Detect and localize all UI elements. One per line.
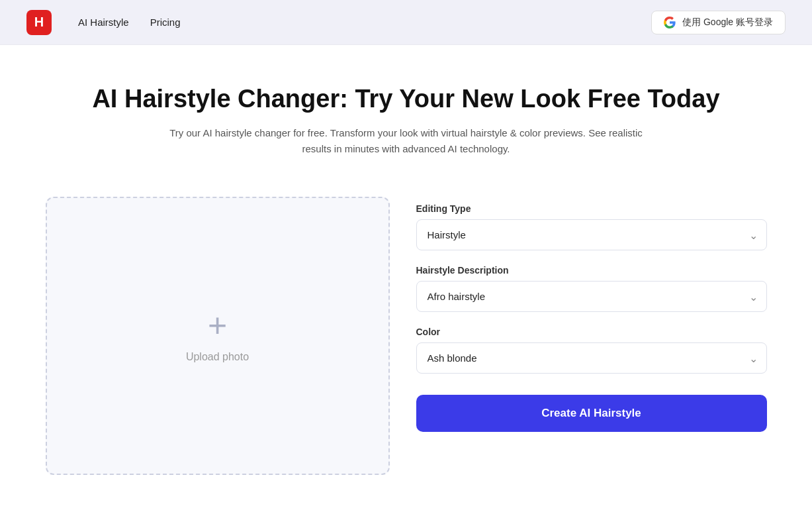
google-icon bbox=[664, 17, 676, 28]
nav-links: AI Hairstyle Pricing bbox=[78, 17, 181, 28]
nav-link-pricing[interactable]: Pricing bbox=[150, 17, 181, 28]
nav-left: H AI Hairstyle Pricing bbox=[26, 10, 181, 35]
google-login-label: 使用 Google 账号登录 bbox=[682, 17, 773, 28]
upload-plus-icon: + bbox=[208, 309, 227, 342]
hairstyle-desc-label: Hairstyle Description bbox=[416, 265, 767, 276]
hero-title: AI Hairstyle Changer: Try Your New Look … bbox=[13, 85, 799, 113]
logo-letter: H bbox=[34, 15, 44, 30]
navbar: H AI Hairstyle Pricing 使用 Google 账号登录 bbox=[0, 0, 812, 45]
hairstyle-desc-select-wrapper: Afro hairstyle Bob cut Pixie cut Wavy St… bbox=[416, 281, 767, 312]
logo[interactable]: H bbox=[26, 10, 52, 35]
color-select-wrapper: Ash blonde Black Brown Red Platinum blon… bbox=[416, 342, 767, 374]
create-hairstyle-button[interactable]: Create AI Hairstyle bbox=[416, 395, 767, 432]
color-label: Color bbox=[416, 327, 767, 337]
editing-type-select[interactable]: Hairstyle Color Both bbox=[416, 219, 767, 250]
editing-type-select-wrapper: Hairstyle Color Both ⌄ bbox=[416, 219, 767, 250]
nav-link-ai-hairstyle[interactable]: AI Hairstyle bbox=[78, 17, 129, 28]
content-area: + Upload photo Editing Type Hairstyle Co… bbox=[0, 190, 812, 516]
color-group: Color Ash blonde Black Brown Red Platinu… bbox=[416, 327, 767, 374]
hairstyle-desc-select[interactable]: Afro hairstyle Bob cut Pixie cut Wavy St… bbox=[416, 281, 767, 312]
editing-type-label: Editing Type bbox=[416, 203, 767, 214]
google-login-button[interactable]: 使用 Google 账号登录 bbox=[651, 11, 786, 34]
upload-panel[interactable]: + Upload photo bbox=[46, 197, 390, 475]
hero-description: Try our AI hairstyle changer for free. T… bbox=[161, 125, 651, 157]
color-select[interactable]: Ash blonde Black Brown Red Platinum blon… bbox=[416, 342, 767, 374]
hairstyle-desc-group: Hairstyle Description Afro hairstyle Bob… bbox=[416, 265, 767, 312]
editing-type-group: Editing Type Hairstyle Color Both ⌄ bbox=[416, 203, 767, 250]
hero-section: AI Hairstyle Changer: Try Your New Look … bbox=[0, 45, 812, 190]
form-panel: Editing Type Hairstyle Color Both ⌄ Hair… bbox=[416, 197, 767, 432]
upload-label: Upload photo bbox=[186, 351, 249, 363]
